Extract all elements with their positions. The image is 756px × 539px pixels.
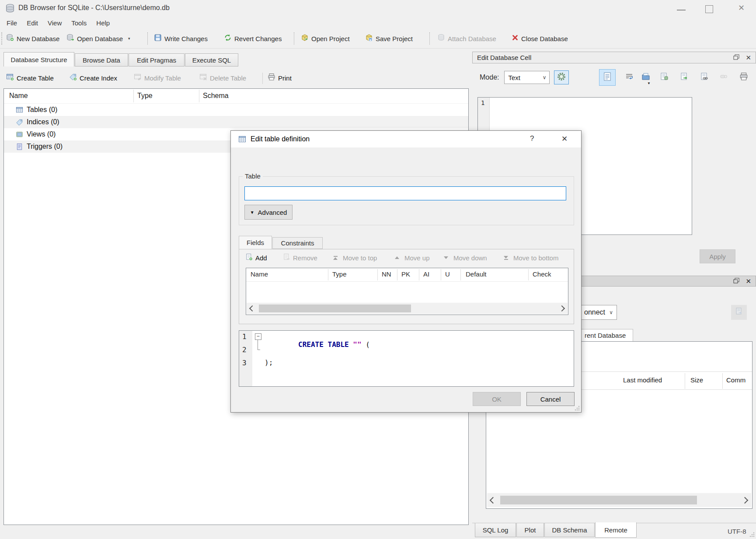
revert-changes-button[interactable]: Revert Changes	[224, 32, 282, 46]
tree-col-type[interactable]: Type	[137, 92, 153, 100]
dialog-tab-constraints[interactable]: Constraints	[272, 237, 323, 249]
open-database-button[interactable]: Open Database ▾	[66, 32, 130, 46]
indices-icon	[16, 119, 23, 126]
mode-select[interactable]: Text ∨	[504, 71, 550, 84]
remote-hscrollbar[interactable]	[487, 493, 751, 507]
minimize-button[interactable]	[677, 10, 686, 10]
tab-edit-pragmas[interactable]: Edit Pragmas	[129, 53, 185, 66]
tab-remote[interactable]: Remote	[595, 522, 637, 538]
dialog-help-button[interactable]: ?	[530, 134, 534, 143]
code-fold-icon[interactable]: −	[255, 333, 261, 340]
tree-header-divider	[133, 90, 134, 102]
create-table-button[interactable]: Create Table	[6, 71, 54, 85]
float-panel-icon[interactable]	[733, 54, 739, 61]
ok-button[interactable]: OK	[473, 392, 521, 406]
advanced-button[interactable]: ▼ Advanced	[244, 205, 293, 220]
tree-col-schema[interactable]: Schema	[203, 92, 229, 100]
remote-col-size[interactable]: Size	[690, 376, 703, 384]
dialog-resize-grip[interactable]	[575, 406, 580, 411]
open-database-dropdown-icon[interactable]: ▾	[128, 36, 130, 41]
col-check[interactable]: Check	[533, 270, 551, 278]
new-database-label: New Database	[17, 35, 59, 42]
col-name[interactable]: Name	[251, 270, 268, 278]
create-table-icon	[6, 73, 14, 83]
apply-button[interactable]: Apply	[700, 249, 735, 263]
open-in-app-button[interactable]	[698, 71, 711, 84]
structure-toolbar-separator	[262, 73, 263, 84]
col-ai[interactable]: AI	[423, 270, 429, 278]
save-project-button[interactable]: Save Project	[365, 32, 413, 46]
tree-header: Name Type Schema	[4, 89, 468, 104]
set-null-button	[717, 71, 730, 84]
tree-header-divider	[199, 90, 199, 102]
tab-db-schema[interactable]: DB Schema	[544, 523, 595, 537]
tree-row-indices[interactable]: Indices (0)	[4, 116, 468, 128]
new-database-button[interactable]: New Database	[6, 32, 59, 46]
delete-table-button: Delete Table	[199, 71, 246, 85]
text-view-button[interactable]	[599, 69, 616, 86]
dialog-close-button[interactable]: ✕	[561, 134, 568, 144]
mode-label: Mode:	[480, 74, 499, 81]
printer-icon	[739, 72, 748, 83]
open-project-button[interactable]: Open Project	[301, 32, 350, 46]
remote-col-last-modified[interactable]: Last modified	[623, 376, 662, 384]
col-u[interactable]: U	[445, 270, 450, 278]
scroll-right-icon[interactable]	[739, 493, 750, 507]
print-cell-button[interactable]	[737, 71, 750, 84]
col-nn[interactable]: NN	[382, 270, 391, 278]
tree-row-tables[interactable]: Tables (0)	[4, 104, 468, 116]
window-resize-grip[interactable]	[749, 532, 755, 537]
tab-plot[interactable]: Plot	[516, 523, 544, 537]
push-database-icon	[735, 307, 743, 318]
col-default[interactable]: Default	[466, 270, 487, 278]
ok-label: OK	[492, 396, 502, 403]
menu-view[interactable]: View	[43, 19, 66, 27]
add-field-button[interactable]: Add	[245, 252, 267, 263]
menu-tools[interactable]: Tools	[66, 19, 91, 27]
menu-edit[interactable]: Edit	[22, 19, 43, 27]
menu-help[interactable]: Help	[91, 19, 115, 27]
app-window: DB Browser for SQLite - C:\Users\turne\d…	[0, 0, 756, 539]
write-changes-button[interactable]: Write Changes	[154, 32, 208, 46]
close-database-label: Close Database	[521, 35, 568, 42]
scrollbar-thumb[interactable]	[500, 496, 697, 504]
tab-sql-log[interactable]: SQL Log	[475, 523, 516, 537]
scrollbar-thumb[interactable]	[259, 304, 411, 312]
print-button[interactable]: Print	[268, 71, 292, 85]
menu-file[interactable]: File	[2, 19, 22, 27]
close-database-button[interactable]: Close Database	[512, 32, 568, 46]
col-divider	[460, 269, 461, 280]
close-panel-icon[interactable]: ✕	[746, 277, 751, 285]
code-fold-line	[258, 340, 260, 350]
remote-col-commit[interactable]: Comm	[726, 376, 746, 384]
attach-database-icon	[437, 34, 445, 43]
close-panel-icon[interactable]: ✕	[746, 54, 751, 62]
tab-database-structure[interactable]: Database Structure	[3, 52, 74, 66]
edit-cell-panel-header: Edit Database Cell ✕	[472, 52, 756, 63]
tab-browse-data[interactable]: Browse Data	[75, 53, 128, 66]
scroll-left-icon[interactable]	[247, 303, 258, 314]
dialog-tab-fields[interactable]: Fields	[239, 236, 272, 249]
auto-detect-mode-button[interactable]	[554, 70, 569, 84]
cancel-button[interactable]: Cancel	[526, 392, 575, 406]
import-data-button[interactable]: ▼	[639, 71, 652, 84]
export-data-button[interactable]	[658, 71, 671, 84]
float-panel-icon[interactable]	[733, 277, 739, 285]
scroll-left-icon[interactable]	[487, 493, 498, 507]
tab-execute-sql[interactable]: Execute SQL	[185, 53, 238, 66]
tab-label: Constraints	[281, 239, 314, 247]
toolbar-grip	[1, 32, 2, 45]
apply-as-new-button[interactable]	[678, 71, 691, 84]
fields-hscrollbar[interactable]	[247, 303, 568, 314]
col-pk[interactable]: PK	[401, 270, 410, 278]
create-index-button[interactable]: Create Index	[69, 71, 117, 85]
tree-col-name[interactable]: Name	[9, 92, 28, 100]
table-name-input[interactable]	[244, 186, 566, 200]
col-type[interactable]: Type	[332, 270, 347, 278]
table-groupbox: Table ▼ Advanced	[239, 176, 574, 225]
close-window-button[interactable]: ✕	[738, 3, 745, 13]
col-divider	[328, 269, 328, 280]
maximize-button[interactable]	[705, 5, 713, 13]
word-wrap-button[interactable]	[623, 71, 636, 84]
scroll-right-icon[interactable]	[556, 303, 568, 314]
